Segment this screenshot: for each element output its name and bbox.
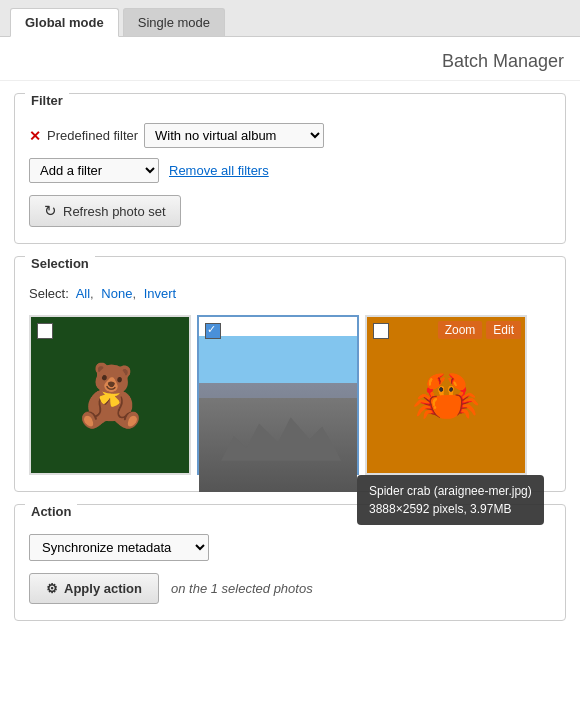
selection-section: Selection Select: All, None, Invert 🧸 bbox=[14, 256, 566, 492]
photo-inner-teddy: 🧸 bbox=[31, 317, 189, 473]
selection-section-title: Selection bbox=[25, 256, 95, 271]
refresh-icon: ↻ bbox=[44, 202, 57, 220]
action-select[interactable]: Synchronize metadata Rotate Delete Expor… bbox=[29, 534, 209, 561]
photo-checkbox-crab[interactable] bbox=[373, 323, 389, 339]
edit-button[interactable]: Edit bbox=[486, 321, 521, 339]
photo-inner-rocks bbox=[199, 336, 357, 492]
photo-inner-crab: 🦀 bbox=[367, 317, 525, 473]
photo-item-rocks[interactable] bbox=[197, 315, 359, 475]
apply-action-label: Apply action bbox=[64, 581, 142, 596]
teddy-image: 🧸 bbox=[73, 360, 148, 431]
zoom-button[interactable]: Zoom bbox=[438, 321, 483, 339]
teddy-photo: 🧸 bbox=[31, 317, 189, 473]
predefined-filter-label: Predefined filter bbox=[47, 128, 138, 143]
select-none-link[interactable]: None bbox=[101, 286, 132, 301]
filter-section: Filter ✕ Predefined filter With no virtu… bbox=[14, 93, 566, 244]
select-links-row: Select: All, None, Invert bbox=[29, 286, 551, 301]
on-selected-text: on the 1 selected photos bbox=[171, 581, 313, 596]
refresh-photo-set-button[interactable]: ↻ Refresh photo set bbox=[29, 195, 181, 227]
photo-item-teddy[interactable]: 🧸 bbox=[29, 315, 191, 475]
remove-all-filters-button[interactable]: Remove all filters bbox=[169, 163, 269, 178]
apply-action-button[interactable]: ⚙ Apply action bbox=[29, 573, 159, 604]
tab-single[interactable]: Single mode bbox=[123, 8, 225, 36]
add-filter-row: Add a filter Remove all filters bbox=[29, 158, 551, 183]
action-section-title: Action bbox=[25, 504, 77, 519]
apply-action-row: ⚙ Apply action on the 1 selected photos bbox=[29, 573, 551, 604]
rocks-photo bbox=[199, 336, 357, 492]
crab-photo: 🦀 bbox=[367, 317, 525, 473]
action-row: Synchronize metadata Rotate Delete Expor… bbox=[29, 534, 551, 561]
action-section: Action Synchronize metadata Rotate Delet… bbox=[14, 504, 566, 621]
remove-predefined-filter-icon[interactable]: ✕ bbox=[29, 128, 41, 144]
add-filter-select[interactable]: Add a filter bbox=[29, 158, 159, 183]
select-label: Select: bbox=[29, 286, 69, 301]
photo-checkbox-rocks[interactable] bbox=[205, 323, 221, 339]
refresh-button-label: Refresh photo set bbox=[63, 204, 166, 219]
crab-image: 🦀 bbox=[412, 363, 481, 428]
filter-section-title: Filter bbox=[25, 93, 69, 108]
tabs-bar: Global mode Single mode bbox=[0, 0, 580, 37]
photo-checkbox-teddy[interactable] bbox=[37, 323, 53, 339]
select-invert-link[interactable]: Invert bbox=[144, 286, 177, 301]
zoom-edit-bar: Zoom Edit bbox=[438, 321, 521, 339]
select-all-link[interactable]: All bbox=[76, 286, 90, 301]
photo-grid: 🧸 Zoom bbox=[29, 315, 551, 475]
predefined-filter-row: ✕ Predefined filter With no virtual albu… bbox=[29, 123, 551, 148]
batch-manager-title: Batch Manager bbox=[442, 51, 564, 71]
page-header: Batch Manager bbox=[0, 37, 580, 81]
gear-icon: ⚙ bbox=[46, 581, 58, 596]
tab-global[interactable]: Global mode bbox=[10, 8, 119, 37]
predefined-filter-select[interactable]: With no virtual album With virtual album… bbox=[144, 123, 324, 148]
tooltip-filename: Spider crab (araignee-mer.jpg) bbox=[369, 482, 532, 500]
photo-item-crab[interactable]: Zoom Edit 🦀 Spider crab (araignee-mer.jp… bbox=[365, 315, 527, 475]
